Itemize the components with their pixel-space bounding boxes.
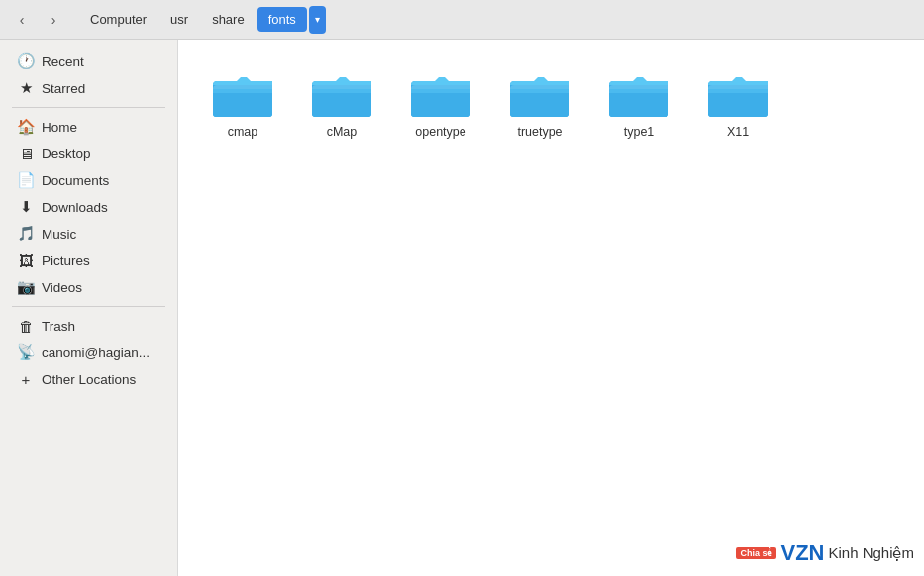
desktop-icon: 🖥 xyxy=(18,145,34,161)
sidebar-item-other[interactable]: +Other Locations xyxy=(6,366,171,392)
main-content: 🕐Recent★Starred🏠Home🖥Desktop📄Documents⬇D… xyxy=(0,40,924,576)
folder-icon xyxy=(508,67,571,121)
sidebar-item-trash[interactable]: 🗑Trash xyxy=(6,313,171,338)
folder-name: X11 xyxy=(727,125,749,139)
other-icon: + xyxy=(18,371,34,387)
file-area: cmap cMap opentype truetype type1 xyxy=(178,40,924,576)
sidebar-label-downloads: Downloads xyxy=(42,200,108,215)
sidebar-label-recent: Recent xyxy=(42,54,84,69)
sidebar-label-network: canomi@hagian... xyxy=(42,345,150,360)
watermark: Chia sẻ VZN Kinh Nghiệm xyxy=(736,540,914,566)
sidebar-item-documents[interactable]: 📄Documents xyxy=(6,167,171,193)
toolbar: ‹ › Computerusrsharefonts▾ xyxy=(0,0,924,40)
sidebar-item-music[interactable]: 🎵Music xyxy=(6,221,171,246)
folder-name: cMap xyxy=(327,125,358,139)
svg-rect-19 xyxy=(510,89,569,93)
sidebar-label-trash: Trash xyxy=(42,319,75,334)
svg-rect-23 xyxy=(609,89,668,117)
sidebar-item-network[interactable]: 📡canomi@hagian... xyxy=(6,339,171,365)
svg-rect-13 xyxy=(411,89,470,117)
folder-item[interactable]: truetype xyxy=(495,59,584,146)
svg-rect-28 xyxy=(708,89,768,117)
sidebar-separator xyxy=(12,107,165,108)
sidebar-item-recent[interactable]: 🕐Recent xyxy=(6,48,171,74)
watermark-subtitle: Kinh Nghiệm xyxy=(828,544,914,562)
folder-name: type1 xyxy=(624,125,655,139)
svg-rect-24 xyxy=(609,89,668,93)
forward-button[interactable]: › xyxy=(40,6,67,34)
svg-rect-18 xyxy=(510,89,569,117)
folder-item[interactable]: cmap xyxy=(198,59,287,146)
sidebar-item-starred[interactable]: ★Starred xyxy=(6,75,171,101)
breadcrumb: Computerusrsharefonts▾ xyxy=(79,6,326,34)
breadcrumb-item-computer[interactable]: Computer xyxy=(79,7,157,32)
folder-icon xyxy=(211,67,274,121)
starred-icon: ★ xyxy=(18,80,34,96)
watermark-badge: Chia sẻ xyxy=(736,547,776,559)
sidebar-label-other: Other Locations xyxy=(42,372,136,387)
folder-name: opentype xyxy=(415,125,465,139)
trash-icon: 🗑 xyxy=(18,318,34,334)
sidebar-label-documents: Documents xyxy=(42,173,109,188)
sidebar-item-downloads[interactable]: ⬇Downloads xyxy=(6,194,171,220)
videos-icon: 📷 xyxy=(18,279,34,295)
breadcrumb-active: fonts▾ xyxy=(257,6,326,34)
folder-item[interactable]: type1 xyxy=(594,59,683,146)
sidebar-label-starred: Starred xyxy=(42,81,85,96)
sidebar-label-desktop: Desktop xyxy=(42,146,91,161)
watermark-logo: VZN xyxy=(780,540,824,566)
sidebar-item-home[interactable]: 🏠Home xyxy=(6,114,171,140)
sidebar-label-videos: Videos xyxy=(42,280,82,295)
sidebar-separator xyxy=(12,306,165,307)
folder-item[interactable]: cMap xyxy=(297,59,386,146)
folder-icon xyxy=(310,67,373,121)
svg-rect-3 xyxy=(213,89,272,117)
folder-icon xyxy=(706,67,770,121)
music-icon: 🎵 xyxy=(18,226,34,241)
breadcrumb-dropdown-arrow[interactable]: ▾ xyxy=(309,6,326,34)
sidebar-item-videos[interactable]: 📷Videos xyxy=(6,274,171,300)
breadcrumb-item-share[interactable]: share xyxy=(201,7,256,32)
sidebar-label-pictures: Pictures xyxy=(42,253,90,268)
back-button[interactable]: ‹ xyxy=(8,6,36,34)
downloads-icon: ⬇ xyxy=(18,199,34,215)
folder-icon xyxy=(607,67,670,121)
svg-rect-9 xyxy=(312,89,371,93)
folder-name: truetype xyxy=(517,125,562,139)
sidebar-item-pictures[interactable]: 🖼Pictures xyxy=(6,247,171,273)
folder-item[interactable]: X11 xyxy=(693,59,782,146)
home-icon: 🏠 xyxy=(18,119,34,135)
svg-rect-29 xyxy=(708,89,768,93)
svg-rect-14 xyxy=(411,89,470,93)
folder-name: cmap xyxy=(228,125,258,139)
sidebar: 🕐Recent★Starred🏠Home🖥Desktop📄Documents⬇D… xyxy=(0,40,178,576)
svg-rect-8 xyxy=(312,89,371,117)
folder-icon xyxy=(409,67,472,121)
breadcrumb-item-usr[interactable]: usr xyxy=(159,7,199,32)
documents-icon: 📄 xyxy=(18,172,34,188)
folder-item[interactable]: opentype xyxy=(396,59,485,146)
sidebar-label-music: Music xyxy=(42,227,76,241)
sidebar-label-home: Home xyxy=(42,120,77,135)
pictures-icon: 🖼 xyxy=(18,252,34,268)
sidebar-item-desktop[interactable]: 🖥Desktop xyxy=(6,141,171,166)
svg-rect-4 xyxy=(213,89,272,93)
network-icon: 📡 xyxy=(18,344,34,360)
recent-icon: 🕐 xyxy=(18,53,34,69)
breadcrumb-item-fonts[interactable]: fonts xyxy=(257,7,307,32)
